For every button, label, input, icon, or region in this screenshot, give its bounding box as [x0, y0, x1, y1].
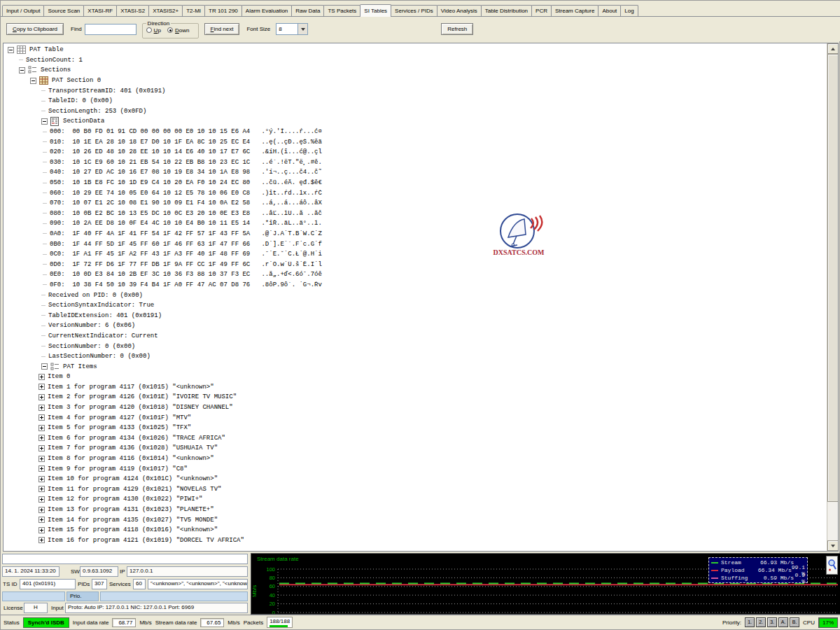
- expand-plus-icon[interactable]: [38, 507, 45, 513]
- copy-to-clipboard-button[interactable]: Copy to Clipboard: [6, 23, 64, 35]
- tab-t2-mi[interactable]: T2-MI: [182, 5, 205, 16]
- collapse-minus-icon[interactable]: [41, 118, 48, 125]
- tab-table-distribution[interactable]: Table Distribution: [481, 5, 532, 16]
- tree-leaf[interactable]: TableIDExtension: 401 (0x0191): [4, 310, 824, 321]
- pat-item-row[interactable]: Item 10 for program 4124 (0x101C) "<unkn…: [4, 474, 824, 484]
- tree-leaf[interactable]: SectionLength: 253 (0x0FD): [4, 106, 824, 117]
- tree-vertical-scrollbar[interactable]: [827, 43, 838, 551]
- collapse-minus-icon[interactable]: [8, 47, 14, 53]
- tab-log[interactable]: Log: [620, 5, 638, 16]
- collapse-minus-icon[interactable]: [19, 67, 25, 74]
- hex-dump-row[interactable]: 0E0: 10 0D E3 84 10 2B EF 3C 10 36 F3 88…: [4, 270, 824, 280]
- info-top-input[interactable]: [2, 554, 248, 564]
- priority-button-2[interactable]: 2.: [756, 617, 766, 627]
- expand-plus-icon[interactable]: [38, 517, 45, 523]
- expand-plus-icon[interactable]: [38, 405, 45, 411]
- hex-dump-row[interactable]: 020: 10 26 ED 48 10 28 EE 10 10 14 E6 40…: [4, 147, 824, 158]
- tab-alarm-evaluation[interactable]: Alarm Evaluation: [241, 5, 292, 16]
- expand-plus-icon[interactable]: [38, 465, 45, 472]
- tree-leaf[interactable]: TransportStreamID: 401 (0x0191): [4, 85, 824, 96]
- tab-xtasi-rf[interactable]: XTASI-RF: [83, 5, 117, 16]
- tree-node[interactable]: PAT Section 0: [4, 76, 824, 86]
- hex-dump-row[interactable]: 0B0: 1F 44 FF 5D 1F 45 FF 60 1F 46 FF 63…: [4, 239, 824, 249]
- pat-item-row[interactable]: Item 13 for program 4131 (0x1023) "PLANE…: [4, 505, 824, 515]
- pat-item-row[interactable]: Item 14 for program 4135 (0x1027) "TV5 M…: [4, 514, 824, 525]
- tree-leaf[interactable]: SectionSyntaxIndicator: True: [4, 300, 824, 311]
- hex-dump-row[interactable]: 010: 10 1E EA 28 10 18 E7 D0 10 1F EA 8C…: [4, 136, 824, 147]
- expand-plus-icon[interactable]: [38, 414, 45, 421]
- pat-item-row[interactable]: Item 2 for program 4126 (0x101E) "IVOIRE…: [4, 392, 824, 402]
- hex-dump-row[interactable]: 090: 10 2A EE D8 10 0F E4 4C 10 10 E4 B0…: [4, 218, 824, 229]
- find-next-button[interactable]: Find next: [204, 23, 240, 35]
- pat-item-row[interactable]: Item 0: [4, 372, 824, 382]
- scrollbar-thumb[interactable]: [827, 54, 839, 502]
- hex-dump-row[interactable]: 0F0: 10 38 F4 50 10 39 F4 B4 1F A0 FF 47…: [4, 280, 824, 290]
- expand-plus-icon[interactable]: [38, 496, 45, 503]
- tree-node[interactable]: PAT Table: [4, 45, 824, 55]
- priority-button-3[interactable]: 3.: [767, 617, 777, 627]
- expand-plus-icon[interactable]: [38, 476, 45, 482]
- hex-dump-row[interactable]: 070: 10 07 E1 2C 10 08 E1 90 10 09 E1 F4…: [4, 198, 824, 209]
- hex-dump-row[interactable]: 000: 00 B0 FD 01 91 CD 00 00 00 00 E0 10…: [4, 127, 824, 137]
- tree-leaf[interactable]: Received on PID: 0 (0x00): [4, 290, 824, 300]
- priority-button-B[interactable]: B.: [790, 617, 799, 627]
- direction-up-radio[interactable]: Up: [146, 27, 161, 34]
- expand-plus-icon[interactable]: [38, 537, 45, 543]
- chart-zoom-button[interactable]: [826, 556, 838, 575]
- expand-plus-icon[interactable]: [38, 435, 45, 441]
- tree-node[interactable]: PAT Items: [4, 361, 824, 372]
- pat-item-row[interactable]: Item 8 for program 4116 (0x1014) "<unkno…: [4, 454, 824, 464]
- pat-item-row[interactable]: Item 9 for program 4119 (0x1017) "C8": [4, 463, 824, 474]
- collapse-minus-icon[interactable]: [30, 78, 36, 84]
- tree-node[interactable]: Sections: [4, 65, 824, 76]
- tab-about[interactable]: About: [598, 5, 621, 16]
- pat-item-row[interactable]: Item 1 for program 4117 (0x1015) "<unkno…: [4, 382, 824, 393]
- scroll-up-button[interactable]: [827, 43, 839, 54]
- tab-si-tables[interactable]: SI Tables: [360, 4, 391, 17]
- priority-button-1[interactable]: 1.: [745, 617, 755, 627]
- hex-dump-row[interactable]: 030: 10 1C E9 60 10 21 EB 54 10 22 EB B8…: [4, 158, 824, 168]
- direction-down-radio[interactable]: Down: [167, 27, 189, 34]
- expand-plus-icon[interactable]: [38, 374, 45, 380]
- pat-item-row[interactable]: Item 12 for program 4130 (0x1022) "PIWI+…: [4, 494, 824, 505]
- tab-input-output[interactable]: Input / Output: [2, 5, 44, 16]
- hex-dump-row[interactable]: 0C0: 1F A1 FF 45 1F A2 FF 43 1F A3 FF 40…: [4, 249, 824, 260]
- tab-xtasis2-[interactable]: XTASIS2+: [148, 5, 183, 16]
- tree-node[interactable]: SectionData: [4, 116, 824, 127]
- tab-source-scan[interactable]: Source Scan: [43, 5, 84, 16]
- expand-plus-icon[interactable]: [38, 394, 45, 400]
- font-size-select[interactable]: 8: [276, 23, 308, 35]
- dropdown-arrow-icon[interactable]: [298, 24, 307, 34]
- pat-item-row[interactable]: Item 3 for program 4120 (0x1018) "DISNEY…: [4, 402, 824, 413]
- pat-item-row[interactable]: Item 6 for program 4134 (0x1026) "TRACE …: [4, 433, 824, 444]
- hex-dump-row[interactable]: 040: 10 27 ED AC 10 16 E7 08 10 19 E8 34…: [4, 167, 824, 178]
- hex-dump-row[interactable]: 060: 10 29 EE 74 10 05 E0 64 10 12 E5 78…: [4, 188, 824, 198]
- tree-leaf[interactable]: SectionCount: 1: [4, 55, 824, 66]
- expand-plus-icon[interactable]: [38, 486, 45, 492]
- tab-stream-capture[interactable]: Stream Capture: [551, 5, 598, 16]
- hex-dump-row[interactable]: 080: 10 0B E2 BC 10 13 E5 DC 10 0C E3 20…: [4, 209, 824, 219]
- pat-item-row[interactable]: Item 5 for program 4133 (0x1025) "TFX": [4, 423, 824, 433]
- pat-item-row[interactable]: Item 11 for program 4129 (0x1021) "NOVEL…: [4, 484, 824, 495]
- expand-plus-icon[interactable]: [38, 445, 45, 451]
- collapse-minus-icon[interactable]: [41, 363, 48, 370]
- refresh-button[interactable]: Refresh: [441, 23, 473, 35]
- pat-item-row[interactable]: Item 7 for program 4136 (0x1028) "USHUAI…: [4, 443, 824, 454]
- find-input[interactable]: [85, 24, 136, 35]
- expand-plus-icon[interactable]: [38, 384, 45, 390]
- pat-item-row[interactable]: Item 4 for program 4127 (0x101F) "MTV": [4, 412, 824, 423]
- tab-xtasi-s2[interactable]: XTASI-S2: [116, 5, 149, 16]
- pat-item-row[interactable]: Item 15 for program 4118 (0x1016) "<unkn…: [4, 525, 824, 536]
- tab-services-pids[interactable]: Services / PIDs: [391, 5, 438, 16]
- expand-plus-icon[interactable]: [38, 425, 45, 431]
- hex-dump-row[interactable]: 0A0: 1F 40 FF 4A 1F 41 FF 54 1F 42 FF 57…: [4, 229, 824, 239]
- pat-item-row[interactable]: Item 16 for program 4121 (0x1019) "DORCE…: [4, 536, 824, 546]
- tree-leaf[interactable]: SectionNumber: 0 (0x00): [4, 341, 824, 351]
- tree-leaf[interactable]: TableID: 0 (0x00): [4, 96, 824, 106]
- expand-plus-icon[interactable]: [38, 527, 45, 533]
- tree-leaf[interactable]: CurrentNextIndicator: Current: [4, 331, 824, 342]
- tree-leaf[interactable]: VersionNumber: 6 (0x06): [4, 321, 824, 331]
- tab-pcr[interactable]: PCR: [531, 5, 552, 16]
- tab-tr-101-290[interactable]: TR 101 290: [204, 5, 242, 16]
- scroll-down-button[interactable]: [827, 540, 839, 551]
